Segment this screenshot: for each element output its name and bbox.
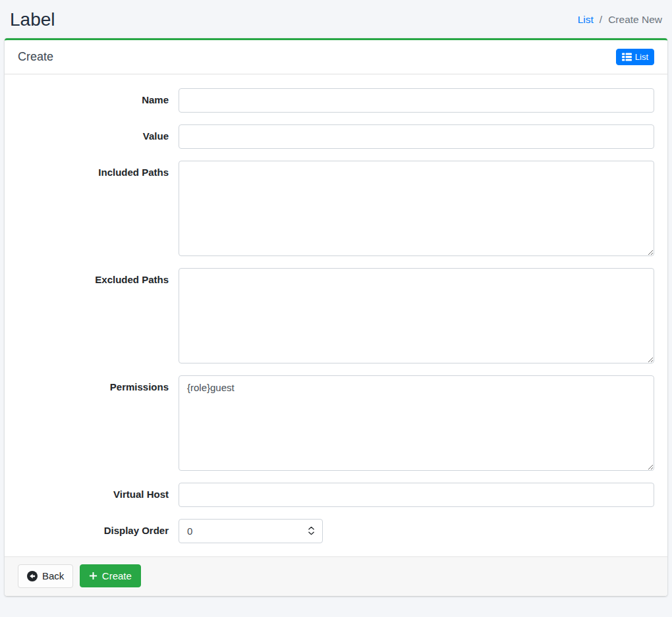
card-body: Name Value Included Paths Excluded Paths [5,74,667,556]
included-paths-label: Included Paths [18,161,179,256]
form-row-name: Name [18,88,654,113]
card-title: Create [18,50,53,64]
name-label: Name [18,88,179,113]
name-input[interactable] [179,88,654,113]
plus-icon [89,572,98,580]
display-order-label: Display Order [18,519,179,543]
list-button-label: List [635,53,648,61]
virtual-host-input[interactable] [179,483,654,507]
form-row-excluded-paths: Excluded Paths [18,268,654,363]
list-button[interactable]: List [616,49,654,65]
form-row-included-paths: Included Paths [18,161,654,256]
breadcrumb-separator: / [600,14,602,26]
breadcrumb: List / Create New [578,14,662,26]
included-paths-textarea[interactable] [179,161,654,256]
permissions-textarea[interactable]: {role}guest [179,375,654,471]
display-order-input[interactable] [179,519,323,543]
breadcrumb-current: Create New [608,14,662,26]
arrow-circle-left-icon [27,571,38,581]
permissions-label: Permissions [18,375,179,471]
breadcrumb-list-link[interactable]: List [578,14,594,26]
card-header: Create List [5,40,667,74]
th-list-icon [622,53,632,61]
back-button[interactable]: Back [18,564,73,588]
value-input[interactable] [179,124,654,149]
card-footer: Back Create [5,556,667,596]
page-header: Label List / Create New [0,0,672,38]
form-row-permissions: Permissions {role}guest [18,375,654,471]
number-spinner-icon[interactable] [308,526,314,535]
create-card: Create List Name Value [5,38,667,596]
excluded-paths-textarea[interactable] [179,268,654,363]
excluded-paths-label: Excluded Paths [18,268,179,363]
create-button-label: Create [102,571,132,581]
create-button[interactable]: Create [80,564,141,587]
form-row-value: Value [18,124,654,149]
page-title: Label [10,9,55,31]
form-row-virtual-host: Virtual Host [18,483,654,507]
value-label: Value [18,124,179,149]
form-row-display-order: Display Order [18,519,654,543]
back-button-label: Back [42,571,64,581]
virtual-host-label: Virtual Host [18,483,179,507]
